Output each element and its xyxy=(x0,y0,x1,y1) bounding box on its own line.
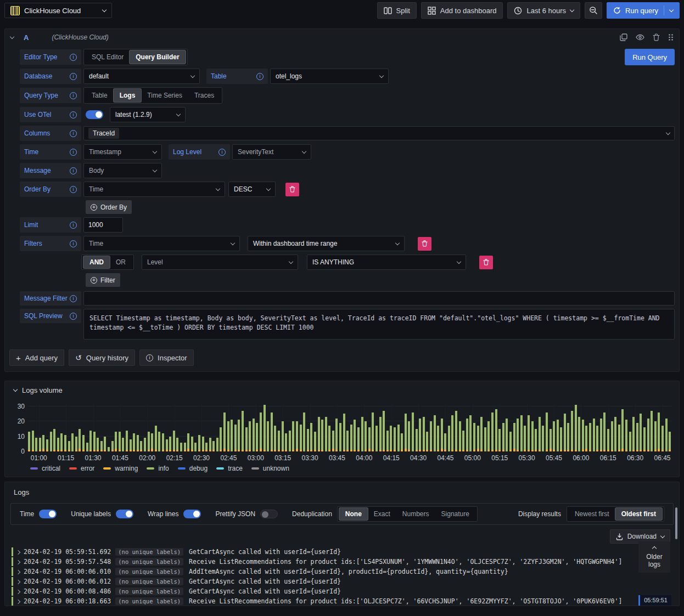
display-option-newest[interactable]: Newest first xyxy=(569,508,615,520)
info-icon[interactable]: i xyxy=(70,313,77,320)
legend-item-critical[interactable]: critical xyxy=(30,465,60,472)
filter-bool-and[interactable]: AND xyxy=(83,256,110,268)
legend-item-unknown[interactable]: unknown xyxy=(251,465,289,472)
older-logs-button[interactable]: Older logs xyxy=(638,541,670,573)
log-row[interactable]: 2024-02-19 05:59:51.692 (no unique label… xyxy=(12,547,674,557)
use-otel-toggle[interactable] xyxy=(86,110,103,119)
editor-type-option-sql[interactable]: SQL Editor xyxy=(86,50,130,64)
inspector-button[interactable]: i Inspector xyxy=(139,349,193,366)
chart-legend: critical error warning info debug trace … xyxy=(30,465,679,472)
dedup-option-exact[interactable]: Exact xyxy=(368,508,396,520)
column-chip[interactable]: TraceId xyxy=(88,128,119,139)
info-icon[interactable]: i xyxy=(70,167,77,174)
add-filter-button[interactable]: + Filter xyxy=(86,273,120,287)
add-query-button[interactable]: + Add query xyxy=(9,349,64,366)
remove-filter2-button[interactable] xyxy=(479,256,493,269)
filter2-operator-select[interactable]: IS ANYTHING xyxy=(307,255,466,270)
unique-labels-toggle[interactable] xyxy=(116,510,133,518)
columns-multiselect[interactable]: TraceId xyxy=(83,126,675,140)
dedup-option-signature[interactable]: Signature xyxy=(435,508,475,520)
scrollbar-thumb[interactable] xyxy=(675,507,677,539)
database-select[interactable]: default xyxy=(83,69,200,84)
info-icon[interactable]: i xyxy=(70,92,77,99)
remove-order-by-button[interactable] xyxy=(285,183,299,196)
collapse-chevron-icon[interactable] xyxy=(13,387,18,391)
query-type-option-timeseries[interactable]: Time Series xyxy=(141,89,188,102)
split-button[interactable]: Split xyxy=(377,2,417,19)
expand-chevron-icon[interactable] xyxy=(16,570,20,574)
legend-item-warning[interactable]: warning xyxy=(103,465,138,472)
display-option-oldest[interactable]: Oldest first xyxy=(615,508,662,520)
run-query-inline-button[interactable]: Run Query xyxy=(625,49,675,65)
query-type-option-logs[interactable]: Logs xyxy=(114,89,142,102)
add-order-by-button[interactable]: + Order By xyxy=(86,200,132,214)
log-row[interactable]: 2024-02-19 06:00:18.663 (no unique label… xyxy=(12,596,674,606)
deduplication-control: Deduplication None Exact Numbers Signatu… xyxy=(292,506,478,522)
wrap-lines-toggle[interactable] xyxy=(183,510,201,518)
filter2-column-select[interactable]: Level xyxy=(142,255,298,270)
zoom-out-button[interactable] xyxy=(585,2,602,19)
info-icon[interactable]: i xyxy=(70,73,77,80)
info-icon[interactable]: i xyxy=(70,149,77,156)
drag-handle-icon[interactable] xyxy=(668,33,674,41)
prettify-json-toggle[interactable] xyxy=(260,510,278,518)
x-tick-label: 06:45 xyxy=(654,454,671,462)
order-by-column-select[interactable]: Time xyxy=(83,182,225,197)
x-tick-label: 02:00 xyxy=(139,454,155,462)
info-icon[interactable]: i xyxy=(70,186,77,193)
expand-chevron-icon[interactable] xyxy=(16,560,20,564)
info-icon[interactable]: i xyxy=(70,111,77,118)
otel-version-select[interactable]: latest (1.2.9) xyxy=(110,107,186,122)
time-column-select[interactable]: Timestamp xyxy=(83,144,162,160)
prettify-json-toggle-control: Prettify JSON xyxy=(215,510,278,518)
duplicate-icon[interactable] xyxy=(620,33,627,41)
info-icon[interactable]: i xyxy=(256,73,263,80)
expand-chevron-icon[interactable] xyxy=(16,580,20,584)
editor-type-option-builder[interactable]: Query Builder xyxy=(130,50,185,64)
time-range-picker[interactable]: Last 6 hours xyxy=(507,2,580,19)
limit-input[interactable] xyxy=(83,217,123,233)
legend-item-error[interactable]: error xyxy=(69,465,94,472)
filter-bool-or[interactable]: OR xyxy=(110,256,132,268)
expand-chevron-icon[interactable] xyxy=(16,550,20,555)
remove-filter1-button[interactable] xyxy=(418,237,431,251)
table-select[interactable]: otel_logs xyxy=(270,69,389,84)
info-icon[interactable]: i xyxy=(70,240,77,247)
query-type-option-traces[interactable]: Traces xyxy=(188,89,220,102)
filter1-column-select[interactable]: Time xyxy=(83,236,240,251)
info-icon[interactable]: i xyxy=(70,54,77,61)
filter1-operator-select[interactable]: Within dashboard time range xyxy=(248,236,405,251)
message-column-select[interactable]: Body xyxy=(83,163,162,178)
expand-chevron-icon[interactable] xyxy=(16,590,20,594)
message-filter-input[interactable] xyxy=(83,291,675,306)
trash-icon[interactable] xyxy=(653,33,660,41)
query-type-option-table[interactable]: Table xyxy=(86,89,114,102)
log-row[interactable]: 2024-02-19 05:59:57.548 (no unique label… xyxy=(12,557,674,567)
info-icon[interactable]: i xyxy=(70,130,77,137)
info-icon[interactable]: i xyxy=(218,149,226,156)
log-row[interactable]: 2024-02-19 06:00:08.486 (no unique label… xyxy=(12,586,674,596)
query-type-label: Query Typei xyxy=(20,88,81,103)
legend-item-trace[interactable]: trace xyxy=(216,465,243,472)
dedup-option-none[interactable]: None xyxy=(339,508,368,520)
time-toggle[interactable] xyxy=(39,510,57,518)
info-icon[interactable]: i xyxy=(70,295,77,302)
logs-volume-plot[interactable] xyxy=(28,403,671,451)
run-query-button[interactable]: Run query xyxy=(607,2,680,19)
legend-item-debug[interactable]: debug xyxy=(178,465,208,472)
log-level-select[interactable]: SeverityText xyxy=(232,144,311,160)
datasource-picker[interactable]: ClickHouse Cloud xyxy=(4,3,112,18)
info-icon[interactable]: i xyxy=(70,222,77,229)
eye-icon[interactable] xyxy=(636,34,644,41)
log-row[interactable]: 2024-02-19 06:00:06.012 (no unique label… xyxy=(12,577,674,586)
collapse-chevron-icon[interactable] xyxy=(10,34,14,38)
query-history-button[interactable]: ↺ Query history xyxy=(69,349,135,366)
legend-item-info[interactable]: info xyxy=(147,465,169,472)
order-by-direction-select[interactable]: DESC xyxy=(228,182,276,197)
info-icon: i xyxy=(146,354,153,361)
x-tick-label: 01:00 xyxy=(31,454,47,462)
expand-chevron-icon[interactable] xyxy=(16,600,20,604)
dedup-option-numbers[interactable]: Numbers xyxy=(396,508,435,520)
log-row[interactable]: 2024-02-19 06:00:06.010 (no unique label… xyxy=(12,567,674,577)
add-to-dashboard-button[interactable]: Add to dashboard xyxy=(421,2,503,19)
